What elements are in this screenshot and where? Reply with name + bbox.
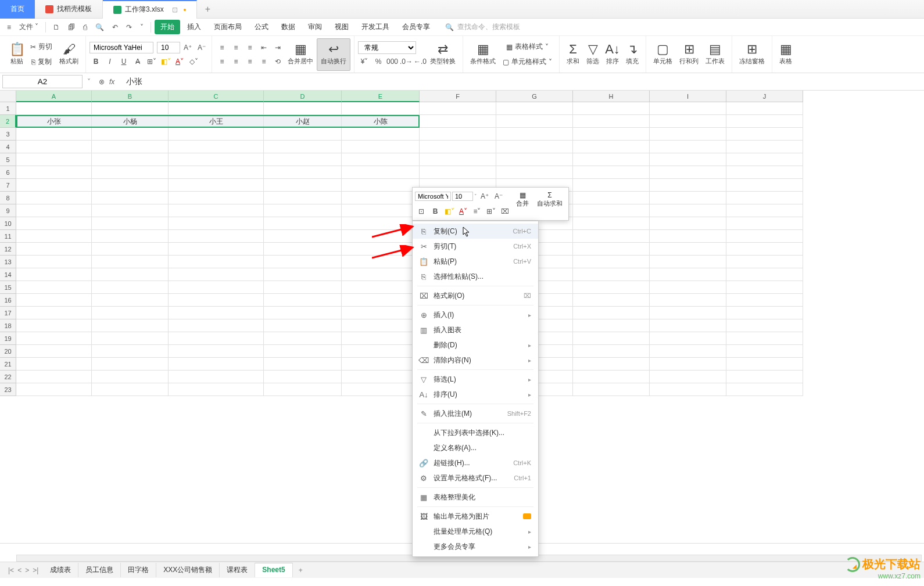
cell[interactable]: [169, 256, 264, 268]
context-menu-item[interactable]: ⌫清除内容(N)▸: [413, 353, 538, 368]
cell[interactable]: [169, 243, 264, 256]
cut-button[interactable]: ✂剪切: [27, 40, 56, 54]
cell[interactable]: [92, 102, 169, 115]
cell[interactable]: [342, 371, 420, 383]
strikethrough-button[interactable]: A̶: [131, 55, 144, 68]
cell[interactable]: [650, 256, 726, 268]
app-menu-icon[interactable]: ≡: [3, 21, 15, 34]
cell[interactable]: [92, 332, 169, 345]
qat-dropdown[interactable]: ˅: [137, 21, 147, 34]
context-menu-item[interactable]: ⌧格式刷(O)⌧: [413, 288, 538, 303]
sheet-tab[interactable]: 课程表: [220, 563, 255, 577]
context-menu-item[interactable]: 📋粘贴(P)Ctrl+V: [413, 254, 538, 269]
cell[interactable]: [650, 332, 726, 345]
sheet-tab[interactable]: 田字格: [121, 563, 156, 577]
menu-start[interactable]: 开始: [155, 20, 180, 34]
cell[interactable]: [264, 281, 342, 294]
row-header[interactable]: 8: [0, 192, 16, 204]
row-header[interactable]: 14: [0, 268, 16, 281]
cell[interactable]: [573, 281, 650, 294]
cell[interactable]: [342, 358, 420, 371]
row-header[interactable]: 10: [0, 217, 16, 230]
cell[interactable]: [573, 383, 650, 396]
cell[interactable]: [92, 179, 169, 192]
cell[interactable]: [573, 115, 650, 128]
currency-icon[interactable]: ¥˅: [358, 55, 371, 68]
cell[interactable]: [92, 358, 169, 371]
table-style-button[interactable]: ▦表格样式˅: [499, 40, 556, 54]
tab-document[interactable]: 工作簿3.xlsx ⊡: [103, 0, 197, 19]
cell[interactable]: [726, 358, 803, 371]
cell[interactable]: [573, 268, 650, 281]
row-header[interactable]: 17: [0, 307, 16, 319]
font-color-button[interactable]: A˅: [173, 55, 186, 68]
fx-icon[interactable]: fx: [109, 78, 114, 86]
cell[interactable]: [342, 294, 420, 307]
orientation-icon[interactable]: ⟲: [271, 55, 284, 68]
save-as-icon[interactable]: 🗐: [65, 21, 78, 34]
cell[interactable]: [573, 141, 650, 153]
row-header[interactable]: 15: [0, 281, 16, 294]
cell[interactable]: [16, 332, 92, 345]
menu-layout[interactable]: 页面布局: [208, 20, 248, 34]
context-menu-item[interactable]: 🖼输出单元格为图片: [413, 509, 538, 524]
cell[interactable]: [169, 345, 264, 358]
cell[interactable]: [650, 128, 726, 141]
freeze-button[interactable]: ⊞冻结窗格: [736, 38, 768, 71]
menu-data[interactable]: 数据: [275, 20, 301, 34]
context-menu-item[interactable]: 🔗超链接(H)...Ctrl+K: [413, 455, 538, 470]
context-menu-item[interactable]: ✎插入批注(M)Shift+F2: [413, 406, 538, 421]
cell[interactable]: [16, 102, 92, 115]
cell[interactable]: [650, 115, 726, 128]
formula-input[interactable]: 小张: [120, 74, 924, 89]
row-header[interactable]: 2: [0, 115, 16, 128]
cell[interactable]: [169, 166, 264, 179]
cell[interactable]: [573, 217, 650, 230]
cell[interactable]: [573, 192, 650, 204]
context-menu-item[interactable]: 批量处理单元格(Q)▸: [413, 524, 538, 539]
row-header[interactable]: 4: [0, 141, 16, 153]
new-tab-button[interactable]: +: [197, 4, 219, 15]
cell[interactable]: [726, 128, 803, 141]
cell[interactable]: [420, 153, 496, 166]
context-menu-item[interactable]: ⚙设置单元格格式(F)...Ctrl+1: [413, 470, 538, 486]
cell[interactable]: [16, 345, 92, 358]
align-center-icon[interactable]: ≡: [230, 55, 242, 68]
cell[interactable]: [342, 179, 420, 192]
row-header[interactable]: 7: [0, 179, 16, 192]
cell[interactable]: [264, 383, 342, 396]
cell[interactable]: [16, 243, 92, 256]
cell[interactable]: [726, 115, 803, 128]
sheet-tab[interactable]: XXX公司销售额: [156, 563, 220, 577]
sheet-tab[interactable]: 员工信息: [78, 563, 121, 577]
cell[interactable]: [650, 358, 726, 371]
cell[interactable]: [169, 383, 264, 396]
cell[interactable]: [573, 307, 650, 319]
cell[interactable]: [726, 217, 803, 230]
sort-button[interactable]: A↓排序: [603, 38, 622, 71]
column-header[interactable]: C: [169, 91, 264, 102]
cell[interactable]: [420, 115, 496, 128]
cell[interactable]: [16, 268, 92, 281]
italic-button[interactable]: I: [103, 55, 116, 68]
row-header[interactable]: 5: [0, 153, 16, 166]
cell[interactable]: [650, 141, 726, 153]
row-header[interactable]: 3: [0, 128, 16, 141]
cell[interactable]: [169, 307, 264, 319]
cell[interactable]: [92, 230, 169, 243]
cell[interactable]: [264, 319, 342, 332]
mini-autosum-button[interactable]: Σ 自动求和: [533, 190, 566, 218]
cell[interactable]: [573, 345, 650, 358]
cell[interactable]: [264, 153, 342, 166]
cell[interactable]: [92, 243, 169, 256]
cell[interactable]: [169, 153, 264, 166]
cell[interactable]: [342, 319, 420, 332]
cell[interactable]: [342, 383, 420, 396]
row-header[interactable]: 9: [0, 204, 16, 217]
column-header[interactable]: B: [92, 91, 169, 102]
column-header[interactable]: I: [650, 91, 726, 102]
cell[interactable]: [573, 294, 650, 307]
menu-formula[interactable]: 公式: [249, 20, 274, 34]
cell[interactable]: [726, 319, 803, 332]
bold-button[interactable]: B: [89, 55, 102, 68]
